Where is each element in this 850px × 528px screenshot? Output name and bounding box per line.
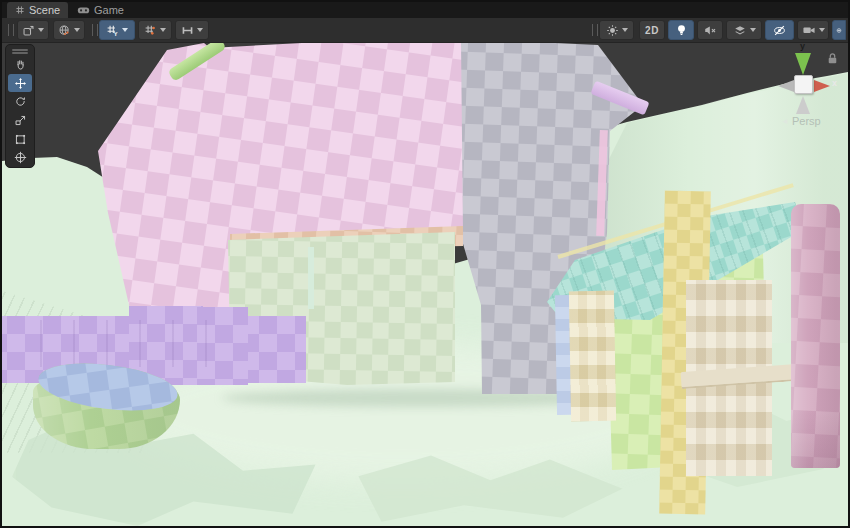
fence-post-shading <box>40 320 237 367</box>
scale-icon <box>14 114 27 127</box>
rect-tool-button[interactable] <box>8 130 32 148</box>
draw-mode-button[interactable] <box>599 20 634 40</box>
chevron-down-icon <box>622 28 628 32</box>
2d-toggle-button[interactable]: 2D <box>639 20 665 40</box>
svg-text:Y: Y <box>114 30 118 36</box>
eye-slash-icon <box>772 24 787 37</box>
axis-y-cone[interactable] <box>795 53 811 75</box>
bulb-icon <box>675 23 688 37</box>
projection-label[interactable]: ◄ Persp <box>781 115 821 127</box>
transform-icon <box>14 151 27 164</box>
grid-visibility-button[interactable]: Y <box>99 20 135 40</box>
pivot-mode-button[interactable] <box>17 20 49 40</box>
audio-mute-button[interactable] <box>697 20 723 40</box>
transform-tool-button[interactable] <box>8 149 32 167</box>
chevron-down-icon <box>197 28 203 32</box>
pivot-icon <box>22 24 35 37</box>
pink-pillar[interactable] <box>791 204 840 468</box>
tools-overlay <box>5 44 35 168</box>
chevron-down-icon <box>819 28 825 32</box>
unity-scene-window: Scene Game Y <box>0 0 850 528</box>
axis-x-label: x <box>832 78 837 88</box>
tab-game-label: Game <box>94 4 124 16</box>
gizmo-cube[interactable] <box>794 75 813 94</box>
gizmos-button[interactable] <box>832 20 846 40</box>
grid-snap-button[interactable] <box>138 20 172 40</box>
tab-bar: Scene Game <box>2 2 848 18</box>
chevron-down-icon <box>74 28 80 32</box>
overlay-drag-handle[interactable] <box>592 24 598 36</box>
hand-tool-button[interactable] <box>8 56 32 74</box>
scene-lighting-button[interactable] <box>668 20 694 40</box>
tab-scene-label: Scene <box>29 4 60 16</box>
move-icon <box>14 77 27 90</box>
tab-scene[interactable]: Scene <box>7 2 68 18</box>
rotate-tool-button[interactable] <box>8 93 32 111</box>
effects-button[interactable] <box>726 20 762 40</box>
snap-settings-button[interactable] <box>175 20 209 40</box>
chevron-down-icon <box>122 28 128 32</box>
handle-rotation-button[interactable] <box>53 20 85 40</box>
gizmo-sphere-icon <box>836 24 842 37</box>
rect-icon <box>14 133 27 146</box>
2d-label: 2D <box>645 25 659 36</box>
move-tool-button[interactable] <box>8 74 32 92</box>
axis-y-label: y <box>800 43 805 51</box>
sun-icon <box>606 24 619 37</box>
grid-snap-icon <box>144 24 157 37</box>
grid-y-icon: Y <box>106 24 119 37</box>
camera-settings-button[interactable] <box>797 20 829 40</box>
gamepad-icon <box>77 5 90 15</box>
persp-text: Persp <box>792 115 821 127</box>
speaker-mute-icon <box>703 24 717 37</box>
overlay-drag-handle[interactable] <box>8 24 14 36</box>
lock-icon[interactable] <box>826 52 839 65</box>
axis-left-cone[interactable] <box>778 80 794 92</box>
scale-tool-button[interactable] <box>8 112 32 130</box>
axis-x-cone[interactable] <box>814 80 830 92</box>
purple-fence[interactable] <box>40 320 237 367</box>
effects-icon <box>733 24 747 37</box>
tab-game[interactable]: Game <box>69 2 132 18</box>
chevron-down-icon <box>160 28 166 32</box>
scene-visibility-button[interactable] <box>765 20 794 40</box>
persp-arrow-icon: ◄ <box>781 117 789 126</box>
camera-icon <box>802 24 816 36</box>
axis-down-cone[interactable] <box>796 96 810 114</box>
globe-icon <box>58 24 71 37</box>
pillar-shading <box>791 204 840 468</box>
overlay-drag-handle[interactable] <box>12 48 28 55</box>
shed-door-left[interactable] <box>569 291 616 422</box>
door-plank-shading <box>569 291 616 422</box>
chevron-down-icon <box>38 28 44 32</box>
scene-toolbar: Y 2D <box>2 18 848 43</box>
overlay-drag-handle[interactable] <box>92 24 98 36</box>
scene-viewport[interactable]: y x ◄ Persp <box>2 43 848 526</box>
chevron-down-icon <box>750 28 756 32</box>
snap-h-icon <box>181 24 194 37</box>
hand-icon <box>14 58 27 71</box>
grid-icon <box>15 5 25 15</box>
rotate-icon <box>14 95 27 108</box>
downspout <box>308 247 314 309</box>
